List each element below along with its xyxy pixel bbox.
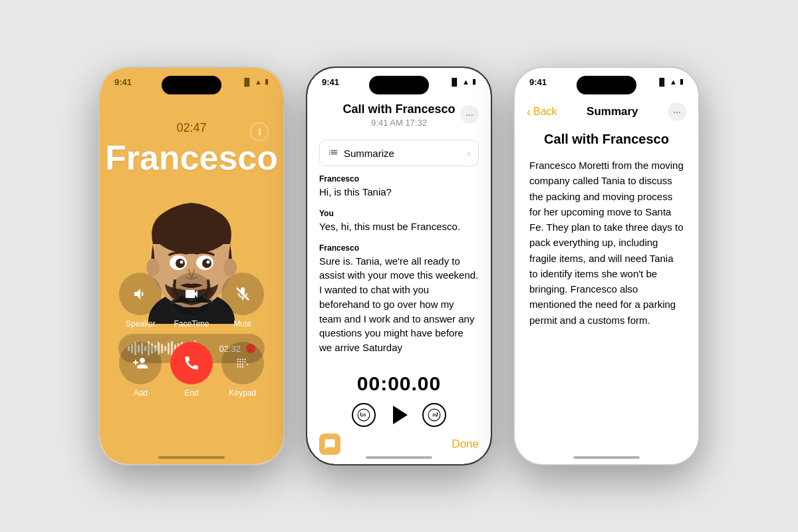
keypad-button[interactable]	[221, 342, 264, 384]
playback-time: 00:00.00	[357, 372, 441, 395]
dynamic-island-1	[162, 76, 221, 94]
skip-forward-button[interactable]: 15	[422, 403, 446, 427]
signal-icon-3: ▐▌	[657, 78, 668, 86]
summarize-icon	[328, 147, 338, 160]
keypad-icon	[235, 356, 250, 370]
speaker-label: Speaker	[126, 319, 156, 329]
caller-name: Francesco	[100, 140, 283, 175]
svg-point-11	[207, 261, 210, 264]
transcript-speaker-1: You	[319, 209, 479, 218]
add-button[interactable]	[119, 342, 162, 384]
summary-nav: ‹ Back Summary ···	[515, 102, 698, 121]
wifi-icon-3: ▲	[670, 78, 677, 86]
phone-2-transcript: 9:41 ▐▌ ▲ ▮ Call with Francesco 9:41 AM …	[306, 66, 492, 466]
phone3-screen: 9:41 ▐▌ ▲ ▮ ‹ Back Summary ··· Call with…	[515, 68, 698, 464]
status-icons-3: ▐▌ ▲ ▮	[657, 77, 684, 86]
transcript-entry-2: Francesco Sure is. Tania, we're all read…	[319, 243, 479, 355]
wifi-icon-2: ▲	[462, 78, 469, 86]
more-options-button-3[interactable]: ···	[668, 102, 686, 121]
speaker-button-wrap[interactable]: Speaker	[118, 273, 163, 329]
chat-icon	[324, 438, 336, 450]
speaker-button[interactable]	[119, 273, 162, 315]
transcript-title: Call with Francesco	[334, 102, 464, 116]
playback-area: 00:00.00 15 15	[307, 372, 491, 427]
transcript-text-0: Hi, is this Tania?	[319, 185, 479, 200]
keypad-button-wrap[interactable]: Keypad	[220, 342, 265, 398]
call-info: 02:47 Francesco	[100, 121, 283, 175]
keypad-label: Keypad	[229, 388, 256, 398]
summarize-row[interactable]: Summarize ›	[319, 140, 479, 166]
transcript-subtitle: 9:41 AM 17:32	[334, 118, 464, 128]
transcript-body: Francesco Hi, is this Tania? You Yes, hi…	[319, 174, 479, 371]
add-button-wrap[interactable]: Add	[118, 342, 163, 398]
back-button[interactable]: ‹ Back	[527, 105, 557, 119]
transcript-entry-0: Francesco Hi, is this Tania?	[319, 174, 479, 200]
back-label: Back	[533, 106, 557, 118]
status-time-1: 9:41	[114, 77, 132, 87]
wifi-icon-1: ▲	[255, 78, 262, 86]
end-button[interactable]	[170, 342, 213, 384]
status-time-2: 9:41	[322, 77, 339, 87]
summary-content: Call with Francesco Francesco Moretti fr…	[529, 132, 684, 328]
summary-call-title: Call with Francesco	[529, 132, 684, 147]
add-person-icon	[132, 355, 148, 371]
add-label: Add	[134, 388, 148, 398]
svg-text:15: 15	[362, 413, 366, 417]
status-time-3: 9:41	[529, 77, 547, 87]
mute-icon	[235, 286, 251, 302]
chat-bubble-icon[interactable]	[319, 434, 340, 455]
facetime-label: FaceTime	[174, 319, 209, 329]
svg-point-8	[176, 259, 185, 268]
summarize-chevron-icon: ›	[467, 148, 470, 158]
home-indicator-1	[158, 456, 225, 459]
skip-back-icon: 15	[357, 408, 370, 422]
call-duration: 02:47	[100, 121, 283, 135]
svg-point-9	[202, 259, 211, 268]
dynamic-island-3	[577, 76, 636, 94]
phone-1-active-call: 9:41 ▐▌ ▲ ▮ ℹ 02:47 Francesco	[98, 66, 285, 466]
facetime-button[interactable]	[170, 273, 213, 315]
skip-back-button[interactable]: 15	[352, 403, 376, 427]
signal-icon-1: ▐▌	[242, 78, 253, 86]
battery-icon-3: ▮	[680, 77, 684, 86]
summary-page-title: Summary	[557, 105, 668, 118]
back-chevron-icon: ‹	[527, 105, 531, 119]
svg-text:15: 15	[432, 413, 436, 417]
transcript-footer: Done	[319, 434, 479, 455]
facetime-icon	[184, 286, 200, 302]
summary-text: Francesco Moretti from the moving compan…	[529, 158, 684, 328]
home-indicator-3	[573, 456, 640, 459]
battery-icon-1: ▮	[265, 77, 269, 86]
transcript-speaker-0: Francesco	[319, 174, 479, 184]
mute-button[interactable]	[221, 273, 264, 315]
battery-icon-2: ▮	[472, 77, 476, 86]
done-button[interactable]: Done	[452, 438, 479, 451]
phone1-screen: 9:41 ▐▌ ▲ ▮ ℹ 02:47 Francesco	[100, 68, 283, 464]
facetime-button-wrap[interactable]: FaceTime	[170, 273, 214, 329]
signal-icon-2: ▐▌	[450, 78, 460, 86]
call-buttons-grid: Speaker FaceTime	[118, 273, 265, 398]
mute-button-wrap[interactable]: Mute	[220, 273, 265, 329]
transcript-text-1: Yes, hi, this must be Francesco.	[319, 219, 479, 234]
play-button[interactable]	[393, 406, 408, 424]
status-icons-2: ▐▌ ▲ ▮	[450, 77, 476, 86]
list-icon	[328, 147, 338, 158]
transcript-entry-1: You Yes, hi, this must be Francesco.	[319, 209, 479, 234]
dynamic-island-2	[369, 76, 429, 94]
summarize-label: Summarize	[344, 148, 467, 159]
playback-controls: 15 15	[352, 403, 446, 427]
mute-label: Mute	[233, 319, 251, 329]
speaker-icon	[132, 286, 148, 302]
more-options-button-2[interactable]: ···	[460, 105, 479, 124]
phone-3-summary: 9:41 ▐▌ ▲ ▮ ‹ Back Summary ··· Call with…	[513, 66, 700, 466]
transcript-speaker-2: Francesco	[319, 243, 479, 253]
status-icons-1: ▐▌ ▲ ▮	[242, 77, 269, 86]
end-call-icon	[183, 354, 200, 372]
home-indicator-2	[366, 456, 432, 459]
end-label: End	[184, 388, 198, 398]
skip-forward-icon: 15	[428, 408, 441, 422]
svg-point-10	[180, 261, 184, 264]
phone2-screen: 9:41 ▐▌ ▲ ▮ Call with Francesco 9:41 AM …	[307, 68, 491, 464]
transcript-text-2: Sure is. Tania, we're all ready to assis…	[319, 254, 479, 355]
end-button-wrap[interactable]: End	[170, 342, 214, 398]
